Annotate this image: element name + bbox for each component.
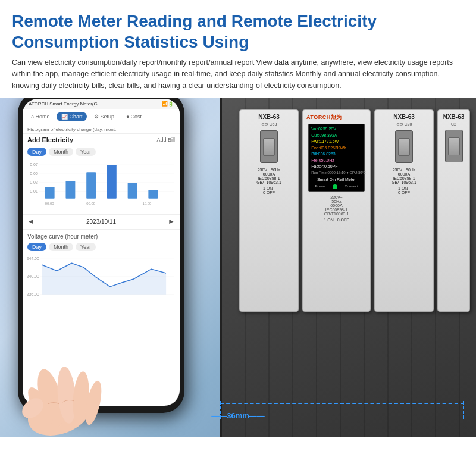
svg-text:244.00: 244.00 (27, 256, 39, 261)
nav-setup[interactable]: ⚙ Setup (89, 112, 119, 121)
meter-top-row: ATORCH旭为 (305, 114, 368, 121)
status-icons: 📶🔋 (162, 101, 174, 107)
line-tab-day[interactable]: Day (27, 243, 46, 251)
ene-reading: Ene:036.8263KWh (311, 145, 362, 152)
top-section: Remote Meter Reading and Remote Electric… (0, 0, 476, 98)
meter-on-off: 1 ON 0 OFF (324, 218, 349, 222)
meter1-model: NXB-63 (258, 114, 280, 120)
main-atorch-meter: ATORCH旭为 Vol:0239.28V Cur:098.392A Pwr:1… (302, 109, 371, 312)
nav-home[interactable]: ⌂ Home (26, 112, 54, 121)
svg-text:240.00: 240.00 (27, 274, 39, 278)
svg-text:236.00: 236.00 (27, 292, 39, 296)
app-nav[interactable]: ⌂ Home 📈 Chart ⚙ Setup ● Cost (23, 109, 180, 124)
add-electricity-title: Add Electricity (27, 136, 73, 143)
meter4-switch (445, 130, 463, 162)
home-icon: ⌂ (31, 114, 34, 120)
svg-text:00:00: 00:00 (45, 202, 55, 205)
app-title-text: ATORCH Smart Energy Meter(G... (29, 101, 101, 107)
line-period-tabs[interactable]: Day Month Year (23, 241, 180, 253)
factor-reading: Factor:0.50PF (311, 164, 362, 170)
meter1-switch (260, 130, 278, 163)
line-chart-svg: 244.00 240.00 236.00 (27, 254, 175, 305)
meter1-specs: 230V~ 50Hz6000AIEC60898-1GB/T10963.1 (256, 168, 281, 184)
meter4-ce: C2 (451, 122, 456, 126)
vol-reading: Vol:0239.28V (311, 126, 362, 133)
bar-chart-svg: 0.07 0.05 0.03 0.01 (27, 160, 175, 208)
svg-rect-12 (128, 183, 137, 199)
bar-period-tabs[interactable]: Day Month Year (23, 146, 180, 158)
nav-chart-label: Chart (69, 114, 82, 120)
date-next-arrow[interactable]: ► (168, 217, 175, 226)
app-status-bar: ATORCH Smart Energy Meter(G... 📶🔋 (23, 99, 180, 109)
tab-month[interactable]: Month (49, 148, 73, 156)
gear-icon: ⚙ (94, 114, 99, 120)
tab-year[interactable]: Year (76, 148, 96, 156)
atorch-brand: ATORCH旭为 (306, 114, 342, 121)
meter-buttons-row: Power Connect (311, 184, 362, 189)
nav-cost[interactable]: ● Cost (121, 112, 146, 121)
hand-svg (0, 318, 119, 437)
svg-rect-9 (65, 181, 75, 199)
meter-device-3: NXB-63 ⊂⊃ C20 230V~ 50Hz6000AIEC60898-1G… (374, 109, 434, 312)
sub-description: Can view electricity consumption/daily r… (12, 57, 464, 92)
measure-line-v2 (463, 401, 464, 419)
nav-cost-label: Cost (130, 114, 142, 120)
chart-title-row: Add Electricity Add Bill (23, 134, 180, 146)
date-display: 2023/10/11 (86, 218, 116, 225)
svg-text:0.01: 0.01 (30, 189, 38, 193)
meter-specs: 230V~50Hz6000AIEC60898-1GB/T10963.1 (324, 195, 349, 216)
cur-reading: Cur:098.392A (311, 133, 362, 139)
image-section: NXB-63 ⊂⊃ C63 230V~ 50Hz6000AIEC60898-1G… (0, 98, 476, 437)
model-label: Smart Din Rail Meter (311, 177, 362, 183)
date-prev-arrow[interactable]: ◄ (27, 217, 35, 226)
runtime-reading: Run Time:0000:15:10 ● CPU:39°C (311, 170, 362, 176)
cost-icon: ● (126, 114, 129, 120)
wifi-icon (333, 184, 337, 189)
svg-text:0.05: 0.05 (30, 171, 38, 176)
svg-rect-10 (86, 172, 96, 199)
meter3-model: NXB-63 (393, 114, 415, 120)
measure-label: ——36mm—— (211, 411, 265, 420)
svg-marker-23 (42, 263, 166, 295)
nav-chart[interactable]: 📈 Chart (57, 112, 87, 121)
meter1-on-off: 1 ON0 OFF (263, 186, 275, 195)
main-title: Remote Meter Reading and Remote Electric… (12, 11, 464, 52)
svg-rect-11 (107, 165, 117, 199)
bill-reading: Bill:036.8263 (311, 151, 362, 158)
divider (23, 229, 180, 230)
meter3-switch (395, 130, 413, 163)
svg-text:18:00: 18:00 (142, 202, 152, 205)
meter-screen: Vol:0239.28V Cur:098.392A Pwr:11771.6W E… (308, 124, 365, 192)
nav-setup-label: Setup (100, 114, 114, 120)
meter-device-4: NXB-63 C2 (437, 109, 470, 312)
meter4-model: NXB-63 (443, 114, 465, 120)
voltage-section-header: Voltage curve (hour meter) (23, 231, 180, 241)
meter-device-1: NXB-63 ⊂⊃ C63 230V~ 50Hz6000AIEC60898-1G… (239, 109, 299, 312)
line-tab-year[interactable]: Year (76, 243, 96, 251)
measure-line-horizontal (220, 403, 464, 404)
nav-home-label: Home (35, 114, 49, 120)
line-tab-month[interactable]: Month (49, 243, 73, 251)
tab-day[interactable]: Day (27, 148, 46, 156)
hand-overlay (0, 318, 119, 437)
fre-reading: Fre:050.0Hz (311, 158, 362, 164)
add-bill-link[interactable]: Add Bill (156, 137, 175, 143)
svg-rect-8 (45, 187, 55, 199)
svg-text:06:00: 06:00 (86, 202, 96, 205)
meter3-on-off: 1 ON0 OFF (398, 186, 410, 195)
phone-container: ATORCH Smart Energy Meter(G... 📶🔋 ⌂ Home… (18, 98, 184, 413)
bar-chart-area: 0.07 0.05 0.03 0.01 (23, 158, 180, 214)
chart-icon: 📈 (61, 114, 68, 120)
meter3-ce: ⊂⊃ C20 (396, 122, 412, 127)
meters-row: NXB-63 ⊂⊃ C63 230V~ 50Hz6000AIEC60898-1G… (239, 109, 470, 312)
svg-rect-13 (148, 190, 158, 199)
date-nav[interactable]: ◄ 2023/10/11 ► (23, 214, 180, 228)
svg-text:0.03: 0.03 (30, 180, 38, 184)
meter1-ce: ⊂⊃ C63 (261, 122, 277, 127)
svg-text:0.07: 0.07 (30, 162, 38, 167)
connect-label: Connect (345, 184, 358, 189)
power-label: Power (315, 184, 325, 189)
pwr-reading: Pwr:11771.6W (311, 139, 362, 145)
chart-subtitle: Histogram of electricity charge (day, mo… (23, 124, 180, 134)
meter3-specs: 230V~ 50Hz6000AIEC60898-1GB/T10963.1 (392, 168, 416, 184)
